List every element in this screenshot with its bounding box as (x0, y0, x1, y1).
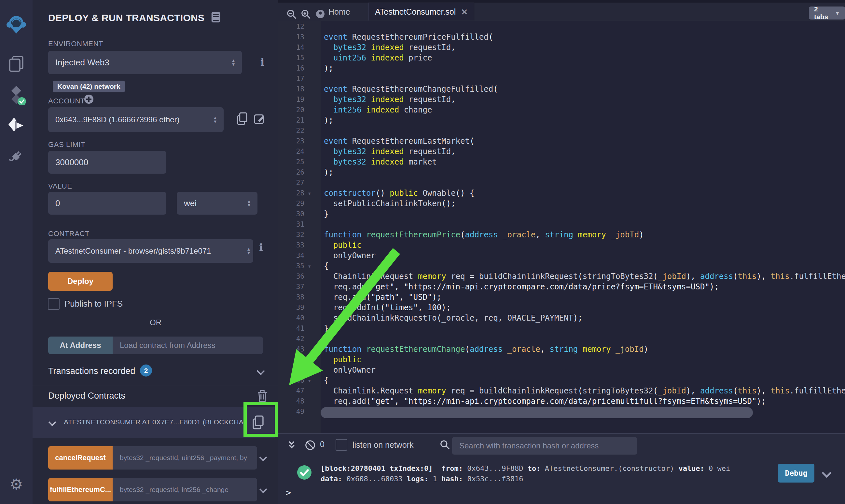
line-number: 14 (278, 42, 304, 53)
deploy-button[interactable]: Deploy (48, 272, 113, 291)
clear-instances-trash-icon[interactable] (257, 389, 268, 404)
tab-atestnetconsumer[interactable]: ATestnetConsumer.sol × (368, 3, 474, 20)
code-line: 35▾{ (278, 261, 845, 271)
deployed-contract-instance-row[interactable]: ATESTNETCONSUMER AT 0X7E7...E80D1 (BLOCK… (33, 407, 275, 438)
code-line: 47 Chainlink.Request memory req = buildC… (278, 385, 845, 396)
account-label: ACCOUNT (48, 97, 85, 105)
line-number: 22 (278, 126, 304, 136)
line-number: 40 (278, 313, 304, 323)
tabs-dropdown-chevron-icon: ▼ (835, 11, 840, 16)
window-top-strip (278, 0, 845, 3)
network-badge: Kovan (42) network (53, 80, 125, 92)
line-number: 17 (278, 73, 304, 84)
fold-icon[interactable]: ▾ (308, 261, 311, 271)
fulfill-expand-chevron-icon[interactable] (259, 485, 267, 493)
tab-home[interactable]: Home (328, 7, 350, 17)
code-line: 12 (278, 21, 845, 32)
cancel-request-params-input[interactable] (113, 446, 257, 470)
edit-account-icon[interactable] (253, 112, 265, 126)
select-arrows-icon: ▴▾ (247, 247, 250, 255)
code-line: 15 uint256 indexed price (278, 53, 845, 63)
code-line: 20 int256 indexed change (278, 105, 845, 115)
fold-icon[interactable]: ▾ (308, 188, 311, 198)
at-address-button[interactable]: At Address (48, 337, 113, 354)
value-unit-select[interactable]: wei ▴▾ (177, 192, 257, 215)
code-line: 24 bytes32 indexed requestId, (278, 146, 845, 157)
contract-label: CONTRACT (48, 230, 89, 238)
environment-select[interactable]: Injected Web3 ▴▾ (48, 51, 242, 74)
contract-info-icon[interactable]: i (259, 241, 263, 254)
code-line: 34 onlyOwner (278, 250, 845, 261)
instance-expand-chevron-icon[interactable] (48, 418, 56, 426)
copy-instance-address-icon[interactable] (251, 415, 265, 431)
fulfill-params-input[interactable] (113, 478, 257, 501)
line-number: 47 (278, 385, 304, 396)
environment-info-icon[interactable]: i (260, 56, 264, 68)
line-number: 12 (278, 21, 304, 32)
line-number: 41 (278, 323, 304, 334)
terminal-search-icon (440, 439, 450, 451)
fulfill-ethereum-change-button[interactable]: fulfillEthereumC... (48, 478, 113, 501)
transactions-recorded-label: Transactions recorded (48, 366, 135, 376)
debug-button[interactable]: Debug (778, 464, 814, 483)
icon-sidebar: ⚙ (0, 0, 33, 504)
code-line: 26); (278, 167, 845, 178)
line-number: 35 (278, 261, 304, 271)
code-line: 29 setPublicChainlinkToken(); (278, 198, 845, 209)
horizontal-scrollbar[interactable] (321, 407, 753, 418)
listen-network-checkbox[interactable] (335, 439, 347, 451)
remix-logo-icon[interactable] (6, 14, 27, 36)
select-arrows-icon: ▴▾ (248, 199, 250, 207)
fold-icon[interactable]: ▾ (308, 375, 311, 385)
terminal-collapse-icon[interactable] (287, 440, 297, 452)
terminal-log-line2[interactable]: data: 0x608...60033 logs: 1 hash: 0x53c.… (321, 474, 523, 484)
publish-ipfs-label: Publish to IPFS (65, 299, 123, 309)
code-line: 43function requestEthereumChange(address… (278, 344, 845, 355)
close-tab-icon[interactable]: × (461, 6, 467, 17)
code-line: 17 (278, 73, 845, 84)
publish-ipfs-checkbox[interactable] (48, 298, 59, 310)
code-line: 41} (278, 323, 845, 334)
home-tab-icon[interactable] (315, 9, 325, 20)
deploy-run-icon[interactable] (7, 116, 26, 136)
transactions-count-badge: 2 (140, 364, 152, 377)
docs-icon[interactable] (211, 11, 221, 25)
line-number: 44 (278, 355, 304, 365)
tabs-count-dropdown[interactable]: 2 tabs ▼ (809, 6, 845, 19)
terminal: 0 listen on network [block:20780401 txIn… (278, 433, 845, 504)
line-number: 34 (278, 250, 304, 261)
transactions-expand-chevron-icon[interactable] (257, 367, 265, 375)
gas-limit-input[interactable] (48, 151, 166, 174)
solidity-compiler-icon[interactable] (7, 85, 26, 107)
line-number: 32 (278, 230, 304, 240)
file-explorer-icon[interactable] (7, 55, 25, 74)
terminal-log-line1[interactable]: [block:20780401 txIndex:0] from: 0x643..… (321, 464, 730, 473)
contract-select[interactable]: ATestnetConsumer - browser/gists/9b71e07… (48, 239, 253, 263)
code-line: 42 (278, 334, 845, 344)
cancel-request-button[interactable]: cancelRequest (48, 446, 113, 470)
pending-tx-count: 0 (320, 439, 325, 449)
clear-console-icon[interactable] (305, 439, 316, 452)
terminal-prompt[interactable]: > (286, 488, 291, 498)
account-select[interactable]: 0x643...9F88D (1.666673996 ether) ▴▾ (48, 107, 224, 132)
line-number: 15 (278, 53, 304, 63)
value-input[interactable] (48, 192, 166, 215)
code-line: 22 (278, 126, 845, 136)
zoom-in-icon[interactable] (301, 9, 311, 21)
copy-account-icon[interactable] (236, 112, 248, 127)
at-address-input[interactable] (113, 337, 263, 354)
or-label: OR (48, 318, 263, 327)
line-number: 39 (278, 302, 304, 313)
zoom-out-icon[interactable] (287, 9, 297, 21)
tx-details-chevron-icon[interactable] (822, 468, 832, 478)
tx-success-check-icon (297, 465, 312, 481)
code-line: 39 req.addInt("times", 100); (278, 302, 845, 313)
line-number: 26 (278, 167, 304, 178)
line-number: 46 (278, 375, 304, 385)
plugin-manager-icon[interactable] (8, 148, 25, 166)
cancel-request-expand-chevron-icon[interactable] (259, 453, 267, 461)
settings-gear-icon[interactable]: ⚙ (10, 475, 23, 493)
add-account-icon[interactable] (84, 94, 94, 105)
deploy-run-panel: DEPLOY & RUN TRANSACTIONS ENVIRONMENT In… (33, 0, 278, 504)
terminal-search-input[interactable] (452, 437, 637, 454)
